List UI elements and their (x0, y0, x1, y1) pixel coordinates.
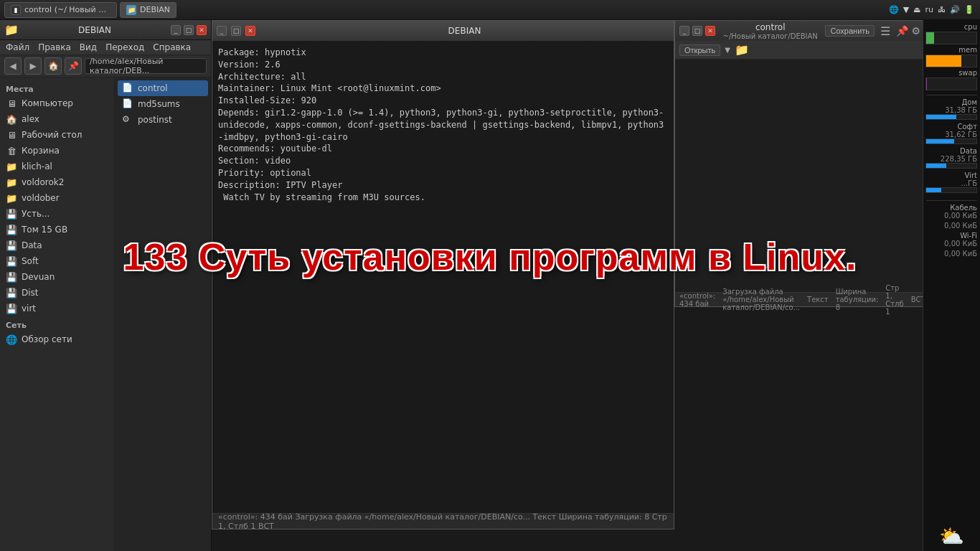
sidebar-item-ust[interactable]: 💾 Усть... (0, 206, 114, 222)
sysmon-net-cable2-val: 0,00 КиБ (944, 222, 977, 230)
soft-icon: 💾 (6, 255, 17, 267)
sidebar-item-computer[interactable]: 🖥 Компьютер (0, 95, 114, 111)
terminal-content[interactable]: Package: hypnotix Version: 2.6 Architect… (212, 41, 674, 513)
sidebar-item-netbrowse[interactable]: 🌐 Обзор сети (0, 331, 114, 347)
sidebar-item-trash[interactable]: 🗑 Корзина (0, 143, 114, 159)
editor-pin-icon[interactable]: 📌 (896, 25, 908, 37)
sysmon-cpu-row: cpu (926, 23, 977, 44)
sidebar-item-devuan[interactable]: 💾 Devuan (0, 269, 114, 285)
taskbar-app-debian[interactable]: 📁 DEBIAN (120, 2, 176, 18)
sidebar-item-soft[interactable]: 💾 Soft (0, 253, 114, 269)
sysmon-disk-dom-label: Дом (962, 98, 977, 106)
virt-icon: 💾 (6, 303, 17, 314)
sidebar-item-desktop[interactable]: 🖥 Рабочий стол (0, 127, 114, 143)
sysmon-mem-row: mem (926, 46, 977, 67)
sysmon-swap-row: swap (926, 69, 977, 90)
taskbar-apps: ▮ control (~/ Новый ката... 📁 DEBIAN (0, 2, 181, 18)
editor-content[interactable] (675, 60, 925, 292)
sysmon-disk-soft-label: Софт (958, 123, 977, 131)
sidebar-item-voldober-label: voldober (22, 193, 60, 203)
sidebar-item-voldober[interactable]: 📁 voldober (0, 190, 114, 206)
terminal-titlebar: _ □ ✕ DEBIAN (212, 21, 674, 41)
sysmon-disk-dom-fill (926, 115, 956, 119)
sidebar-item-dist[interactable]: 💾 Dist (0, 285, 114, 301)
term-line-6: Recommends: youtube-dl (218, 143, 668, 155)
sysmon-net-wifi2-val: 0,00 КиБ (944, 250, 977, 258)
fm-menu-view[interactable]: Вид (80, 42, 97, 52)
editor-open-arrow: ▼ (725, 46, 730, 54)
fm-menu-file[interactable]: Файл (6, 42, 29, 52)
fm-toolbar: ◀ ▶ 🏠 📌 /home/alex/Новый каталог/DEB... (0, 55, 211, 77)
editor-statusbar: «control»: 434 бай Загрузка файла «/home… (675, 292, 925, 306)
sysmon-disk-data-bar (925, 163, 977, 169)
editor-open-btn[interactable]: Открыть (679, 44, 720, 56)
fm-sidebar: Места 🖥 Компьютер 🏠 alex 🖥 Рабочий стол … (0, 77, 115, 551)
sidebar-item-tom15[interactable]: 💾 Том 15 GB (0, 222, 114, 237)
tray-arrow-icon: ▼ (903, 5, 909, 14)
sidebar-item-netbrowse-label: Обзор сети (22, 334, 72, 344)
fm-forward-btn[interactable]: ▶ (24, 57, 42, 75)
term-minimize-btn[interactable]: _ (217, 26, 227, 36)
sysmon-net-cable-label: Кабель (950, 204, 977, 212)
sidebar-item-virt[interactable]: 💾 virt (0, 301, 114, 316)
fm-bookmark-btn[interactable]: 📌 (65, 57, 82, 75)
editor-minimize-btn[interactable]: _ (679, 26, 689, 36)
fm-file-list: 📄 control 📄 md5sums ⚙ postinst (115, 77, 211, 551)
dist-icon: 💾 (6, 287, 17, 298)
sidebar-item-dist-label: Dist (22, 288, 39, 298)
file-item-control[interactable]: 📄 control (118, 80, 208, 96)
sidebar-item-voldorok[interactable]: 📁 voldorok2 (0, 174, 114, 190)
term-close-btn[interactable]: ✕ (245, 26, 255, 36)
term-maximize-btn[interactable]: □ (231, 26, 241, 36)
fm-section-places: Места (0, 80, 114, 95)
sysmon-disk-data-fill (926, 164, 946, 168)
sysmon-cpu-fill (926, 32, 934, 44)
fm-menu-help[interactable]: Справка (153, 42, 191, 52)
tray-vol-icon: 🔊 (950, 5, 960, 14)
file-item-postinst[interactable]: ⚙ postinst (118, 112, 208, 128)
sidebar-item-klich-label: klich-al (22, 161, 52, 171)
sysmon-mem-label: mem (958, 46, 977, 54)
sidebar-item-data[interactable]: 💾 Data (0, 237, 114, 253)
sysmon-disk-dom-bar (925, 114, 977, 120)
sidebar-item-alex[interactable]: 🏠 alex (0, 111, 114, 127)
voldorok-icon: 📁 (6, 176, 17, 188)
sysmon-disk-dom-size: 31,38 ГБ (945, 106, 977, 114)
text-editor: _ □ ✕ control ~/Новый каталог/DEBIAN Сох… (674, 20, 925, 307)
fm-home-btn[interactable]: 🏠 (44, 57, 62, 75)
tray-net-icon: 🖧 (938, 5, 946, 14)
terminal-window: _ □ ✕ DEBIAN Package: hypnotix Version: … (212, 20, 674, 529)
desktop-icon: 🖥 (6, 129, 17, 141)
fm-menu-edit[interactable]: Правка (38, 42, 71, 52)
fm-back-btn[interactable]: ◀ (4, 57, 22, 75)
term-line-5: Depends: gir1.2-gapp-1.0 (>= 1.4), pytho… (218, 107, 668, 143)
editor-close-btn[interactable]: ✕ (705, 26, 715, 36)
sidebar-item-desktop-label: Рабочий стол (22, 130, 82, 140)
editor-menu-icon[interactable]: ☰ (880, 24, 890, 38)
sysmon-disk-soft-fill (926, 139, 954, 143)
sysmon-net-wifi-label: Wi-Fi (960, 232, 977, 240)
editor-maximize-btn[interactable]: □ (692, 26, 702, 36)
taskbar-tray: 🌐 ▼ ⏏ ru 🖧 🔊 🔋 (883, 5, 980, 14)
folder-icon: 📁 (126, 5, 136, 15)
tray-globe-icon: 🌐 (889, 5, 899, 14)
editor-settings-icon[interactable]: ⚙ (911, 25, 920, 37)
fm-maximize-btn[interactable]: □ (184, 25, 194, 35)
sidebar-item-devuan-label: Devuan (22, 272, 55, 282)
sysmon-disks: Дом 31,38 ГБ Софт 31,62 ГБ Data 228,35 Г… (926, 95, 977, 196)
file-icon-md5sums: 📄 (122, 98, 133, 110)
file-item-md5sums[interactable]: 📄 md5sums (118, 96, 208, 112)
sidebar-item-klich[interactable]: 📁 klich-al (0, 159, 114, 174)
sysmon-disk-virt: Virt ...ГБ (926, 171, 977, 193)
data-icon: 💾 (6, 240, 17, 251)
fm-minimize-btn[interactable]: _ (171, 25, 181, 35)
term-line-3: Maintainer: Linux Mint <root@linuxmint.c… (218, 83, 668, 95)
term-line-8: Priority: optional (218, 167, 668, 179)
fm-path-bar[interactable]: /home/alex/Новый каталог/DEB... (85, 58, 207, 74)
editor-folder-icon[interactable]: 📁 (735, 43, 749, 57)
fm-close-btn[interactable]: ✕ (197, 25, 207, 35)
taskbar-app-control[interactable]: ▮ control (~/ Новый ката... (4, 2, 117, 18)
fm-menu-nav[interactable]: Переход (105, 42, 144, 52)
editor-save-btn[interactable]: Сохранить (825, 25, 875, 37)
tray-battery-icon: 🔋 (964, 5, 974, 14)
